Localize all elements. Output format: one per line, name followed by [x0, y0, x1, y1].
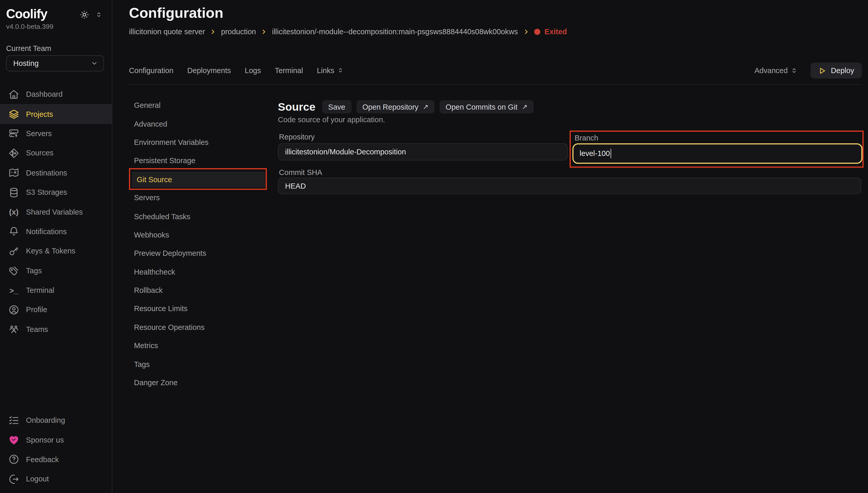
brand-logo: Coolify [6, 7, 47, 22]
subnav-item-resource-operations[interactable]: Resource Operations [129, 318, 267, 337]
subnav-item-metrics[interactable]: Metrics [129, 337, 267, 355]
subnav-item-preview-deployments[interactable]: Preview Deployments [129, 244, 267, 263]
theme-sun-icon[interactable] [80, 10, 89, 20]
header-actions: Advanced Deploy [755, 63, 862, 79]
layers-icon [8, 109, 19, 120]
git-source-icon [8, 148, 19, 159]
sidebar-item-s3-storages[interactable]: S3 Storages [0, 183, 112, 202]
subnav-item-webhooks[interactable]: Webhooks [129, 226, 267, 244]
source-heading: Source [278, 100, 316, 113]
sidebar-item-shared-variables[interactable]: (x) Shared Variables [0, 202, 112, 222]
current-team-label: Current Team [6, 44, 51, 52]
sidebar-item-onboarding[interactable]: Onboarding [0, 411, 112, 430]
subnav-item-persistent-storage[interactable]: Persistent Storage [129, 152, 267, 170]
logout-icon [8, 474, 19, 485]
subnav-item-advanced[interactable]: Advanced [129, 115, 267, 133]
external-link-icon: ↗ [423, 103, 429, 111]
help-icon [8, 454, 19, 465]
open-commits-button[interactable]: Open Commits on Git ↗ [439, 100, 533, 113]
sidebar-item-sponsor[interactable]: Sponsor us [0, 430, 112, 450]
chevron-updown-icon [790, 67, 798, 74]
tab-deployments[interactable]: Deployments [187, 66, 231, 74]
branch-label: Branch [575, 134, 598, 142]
tab-bar: Configuration Deployments Logs Terminal … [129, 63, 344, 78]
coolify-app: Coolify v4.0.0-beta.399 Current Team Hos… [0, 0, 868, 493]
variables-icon: (x) [9, 208, 19, 216]
tab-links[interactable]: Links [317, 66, 344, 74]
sidebar-item-sources[interactable]: Sources [0, 143, 112, 163]
text-cursor [611, 149, 611, 158]
subnav-item-environment-variables[interactable]: Environment Variables [129, 133, 267, 152]
team-select[interactable]: Hosting [6, 55, 104, 71]
sidebar-item-dashboard[interactable]: Dashboard [0, 85, 112, 104]
sidebar-item-servers[interactable]: Servers [0, 124, 112, 143]
tab-logs[interactable]: Logs [245, 66, 261, 74]
sidebar-item-profile[interactable]: Profile [0, 300, 112, 320]
sidebar-item-tags[interactable]: Tags [0, 261, 112, 280]
sidebar-item-keys-tokens[interactable]: Keys & Tokens [0, 241, 112, 261]
subnav-item-resource-limits[interactable]: Resource Limits [129, 300, 267, 318]
external-link-icon: ↗ [522, 103, 527, 111]
server-icon [8, 128, 19, 139]
status-text: Exited [545, 28, 567, 36]
tag-icon [8, 265, 19, 276]
subnav-item-scheduled-tasks[interactable]: Scheduled Tasks [129, 207, 267, 226]
app-version: v4.0.0-beta.399 [6, 23, 54, 30]
subnav-item-general[interactable]: General [129, 96, 267, 115]
sidebar-item-projects[interactable]: Projects [0, 104, 112, 124]
sidebar-nav: Dashboard Projects Servers Sources Desti… [0, 85, 112, 339]
source-description: Code source of your application. [278, 115, 385, 124]
status-badge: Exited [534, 28, 567, 36]
breadcrumb-environment[interactable]: production [221, 28, 256, 36]
page-title: Configuration [129, 4, 223, 22]
checklist-icon [8, 415, 19, 426]
subnav-item-healthcheck[interactable]: Healthcheck [129, 262, 267, 281]
team-select-value: Hosting [14, 59, 91, 67]
breadcrumb-resource[interactable]: illicitestonion/-module--decomposition:m… [272, 28, 518, 36]
chevron-updown-icon[interactable] [95, 11, 103, 18]
database-icon [8, 187, 19, 198]
sidebar-footer-nav: Onboarding Sponsor us Feedback Logout [0, 411, 112, 489]
repository-input[interactable]: illicitestonion/Module-Decomposition [278, 143, 568, 160]
chevron-right-icon [210, 29, 216, 35]
sidebar-item-teams[interactable]: Teams [0, 320, 112, 339]
tab-configuration[interactable]: Configuration [129, 66, 173, 74]
bell-icon [8, 226, 19, 237]
repository-label: Repository [279, 133, 315, 141]
subnav-item-rollback[interactable]: Rollback [129, 281, 267, 300]
chevron-updown-icon [337, 67, 344, 73]
users-icon [8, 324, 19, 335]
breadcrumb: illicitonion quote server production ill… [129, 28, 567, 36]
source-header-row: Source Save Open Repository ↗ Open Commi… [278, 100, 534, 113]
status-dot-icon [534, 29, 540, 35]
sidebar-item-destinations[interactable]: Destinations [0, 163, 112, 183]
commit-sha-input[interactable]: HEAD [278, 177, 862, 194]
save-button[interactable]: Save [322, 100, 352, 113]
sidebar: Coolify v4.0.0-beta.399 Current Team Hos… [0, 0, 112, 493]
commit-sha-label: Commit SHA [279, 168, 322, 176]
chevron-right-icon [523, 29, 529, 35]
breadcrumb-project[interactable]: illicitonion quote server [129, 28, 205, 36]
key-icon [8, 245, 19, 257]
user-icon [8, 304, 19, 316]
subnav-item-tags[interactable]: Tags [129, 355, 267, 373]
subnav-item-danger-zone[interactable]: Danger Zone [129, 373, 267, 392]
sidebar-item-logout[interactable]: Logout [0, 469, 112, 489]
chevron-right-icon [261, 29, 267, 35]
subnav-item-servers[interactable]: Servers [129, 189, 267, 207]
play-icon [818, 67, 826, 74]
home-icon [8, 89, 19, 100]
tab-terminal[interactable]: Terminal [275, 66, 303, 74]
chevron-down-icon [91, 60, 98, 67]
open-repository-button[interactable]: Open Repository ↗ [356, 100, 435, 113]
divider [129, 84, 861, 85]
branch-input[interactable]: level-100 [572, 143, 863, 164]
subnav-item-git-source[interactable]: Git Source [132, 171, 265, 187]
terminal-icon: >_ [9, 286, 18, 295]
map-icon [8, 167, 19, 178]
sidebar-item-feedback[interactable]: Feedback [0, 450, 112, 469]
sidebar-item-notifications[interactable]: Notifications [0, 222, 112, 241]
deploy-button[interactable]: Deploy [810, 63, 862, 79]
advanced-dropdown[interactable]: Advanced [755, 66, 798, 74]
sidebar-item-terminal[interactable]: >_ Terminal [0, 280, 112, 300]
